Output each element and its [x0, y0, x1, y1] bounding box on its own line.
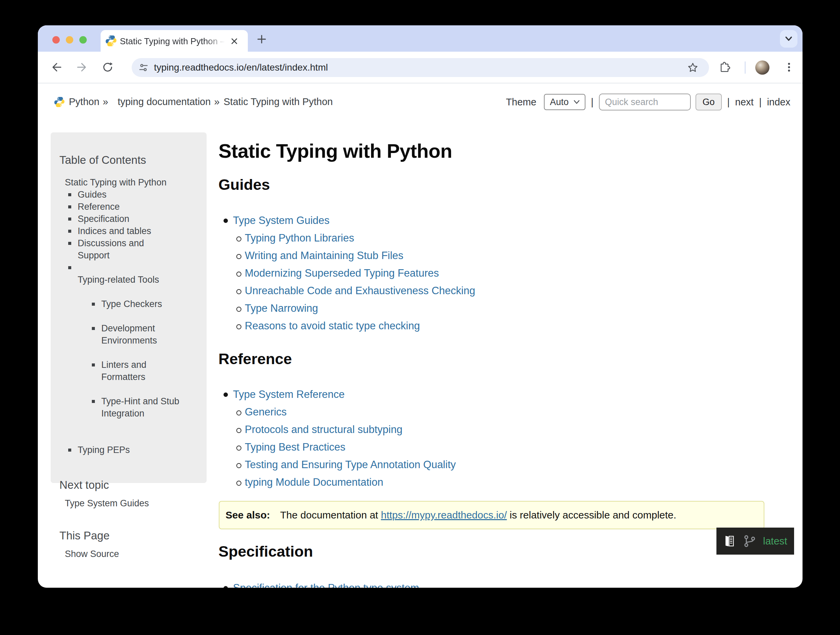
- readthedocs-flyout[interactable]: latest: [717, 527, 794, 554]
- breadcrumb-python-link[interactable]: Python: [69, 96, 99, 108]
- minimize-window-button[interactable]: [66, 36, 73, 44]
- next-topic-link[interactable]: Type System Guides: [59, 497, 199, 509]
- sidebar-item-typing-tools[interactable]: Typing-related Tools Type Checkers Devel…: [68, 261, 199, 444]
- sidebar-item-reference[interactable]: Reference: [68, 201, 199, 213]
- link-generics[interactable]: Generics: [245, 406, 287, 418]
- sidebar-item-discussions[interactable]: Discussions and Support: [68, 237, 199, 261]
- reference-list: Type System Reference Generics Protocols…: [218, 386, 456, 491]
- list-item: Generics: [245, 403, 456, 421]
- list-item: Reasons to avoid static type checking: [245, 317, 475, 335]
- seealso-admonition: See also: The documentation at https://m…: [219, 501, 764, 529]
- seealso-label: See also:: [226, 509, 270, 521]
- link-typing-module-docs[interactable]: typing Module Documentation: [245, 476, 383, 488]
- list-item: Typing Python Libraries: [245, 230, 475, 247]
- link-type-narrowing[interactable]: Type Narrowing: [245, 302, 318, 315]
- guides-heading: Guides: [218, 176, 270, 193]
- next-topic-title: Next topic: [59, 478, 199, 492]
- tab-title: Static Typing with Python — ty: [120, 36, 227, 47]
- link-modernizing-typing[interactable]: Modernizing Superseded Typing Features: [245, 267, 439, 279]
- close-window-button[interactable]: [52, 36, 60, 44]
- toc-title: Table of Contents: [59, 153, 199, 168]
- reference-heading: Reference: [218, 350, 292, 368]
- list-item: Unreachable Code and Exhaustiveness Chec…: [245, 282, 475, 299]
- show-source-link[interactable]: Show Source: [59, 548, 199, 560]
- link-writing-stub-files[interactable]: Writing and Maintaining Stub Files: [245, 250, 403, 262]
- sidebar-item-linters[interactable]: Linters and Formatters: [91, 359, 199, 383]
- link-reasons-to-avoid[interactable]: Reasons to avoid static type checking: [245, 320, 420, 332]
- back-icon[interactable]: [51, 62, 62, 73]
- specification-heading: Specification: [218, 543, 313, 561]
- list-item: Writing and Maintaining Stub Files: [245, 247, 475, 264]
- guides-list: Type System Guides Typing Python Librari…: [218, 212, 475, 335]
- index-link[interactable]: index: [767, 97, 790, 108]
- link-mypy-docs[interactable]: https://mypy.readthedocs.io/: [381, 509, 507, 521]
- browser-window: Static Typing with Python — ty: [38, 25, 802, 588]
- python-logo-icon: [54, 97, 65, 108]
- git-branch-icon: [744, 535, 756, 548]
- sidebar-item-type-checkers[interactable]: Type Checkers: [91, 298, 199, 310]
- toc-sublist: Type Checkers Development Environments L…: [77, 286, 199, 432]
- python-favicon-icon: [105, 35, 117, 47]
- link-testing-quality[interactable]: Testing and Ensuring Type Annotation Qua…: [245, 459, 456, 471]
- book-icon: [723, 534, 736, 548]
- list-item: Testing and Ensuring Type Annotation Qua…: [245, 456, 456, 473]
- sidebar-item-static-typing[interactable]: Static Typing with Python: [59, 176, 199, 188]
- specification-list: Specification for the Python type system: [218, 579, 419, 588]
- this-page-title: This Page: [59, 528, 199, 543]
- sidebar-item-indices[interactable]: Indices and tables: [68, 225, 199, 237]
- breadcrumb-project-link[interactable]: typing documentation: [117, 96, 211, 108]
- tab-search-button[interactable]: [780, 30, 797, 48]
- seealso-text: The documentation at https://mypy.readth…: [280, 509, 676, 521]
- link-spec-python-type-system[interactable]: Specification for the Python type system: [233, 582, 419, 588]
- guides-sublist: Typing Python Libraries Writing and Main…: [233, 230, 475, 335]
- chevron-down-icon: [783, 34, 794, 44]
- list-item: Protocols and structural subtyping: [245, 421, 456, 439]
- reference-sublist: Generics Protocols and structural subtyp…: [233, 403, 456, 491]
- list-item: Specification for the Python type system: [233, 579, 419, 588]
- link-type-system-reference[interactable]: Type System Reference: [233, 388, 345, 401]
- main-content: Static Typing with Python Guides Type Sy…: [218, 25, 769, 588]
- list-item: Modernizing Superseded Typing Features: [245, 264, 475, 282]
- link-best-practices[interactable]: Typing Best Practices: [245, 441, 346, 453]
- version-label[interactable]: latest: [763, 535, 787, 547]
- link-protocols[interactable]: Protocols and structural subtyping: [245, 424, 403, 436]
- sidebar-item-label[interactable]: Typing-related Tools: [77, 275, 159, 285]
- page-title: Static Typing with Python: [218, 139, 452, 162]
- list-item: typing Module Documentation: [245, 473, 456, 491]
- fullscreen-window-button[interactable]: [79, 36, 87, 44]
- sidebar: Table of Contents Static Typing with Pyt…: [51, 132, 207, 483]
- list-item: Type System Reference Generics Protocols…: [233, 386, 456, 491]
- link-type-system-guides[interactable]: Type System Guides: [233, 214, 330, 226]
- sidebar-item-specification[interactable]: Specification: [68, 213, 199, 225]
- link-unreachable-code[interactable]: Unreachable Code and Exhaustiveness Chec…: [245, 285, 475, 297]
- forward-icon[interactable]: [76, 62, 88, 73]
- toc-list: Guides Reference Specification Indices a…: [59, 188, 199, 456]
- sidebar-item-dev-environments[interactable]: Development Environments: [91, 322, 199, 347]
- sidebar-item-typehint-stub[interactable]: Type-Hint and Stub Integration: [91, 395, 199, 420]
- list-item: Type System Guides Typing Python Librari…: [233, 212, 475, 335]
- sidebar-item-guides[interactable]: Guides: [68, 188, 199, 201]
- list-item: Typing Best Practices: [245, 439, 456, 456]
- list-item: Type Narrowing: [245, 299, 475, 317]
- site-info-icon[interactable]: [139, 63, 148, 72]
- kebab-menu-icon[interactable]: [783, 62, 795, 73]
- sidebar-item-typing-peps[interactable]: Typing PEPs: [68, 444, 199, 456]
- link-typing-python-libraries[interactable]: Typing Python Libraries: [245, 232, 354, 244]
- breadcrumb-separator: »: [103, 96, 108, 108]
- reload-icon[interactable]: [102, 62, 114, 73]
